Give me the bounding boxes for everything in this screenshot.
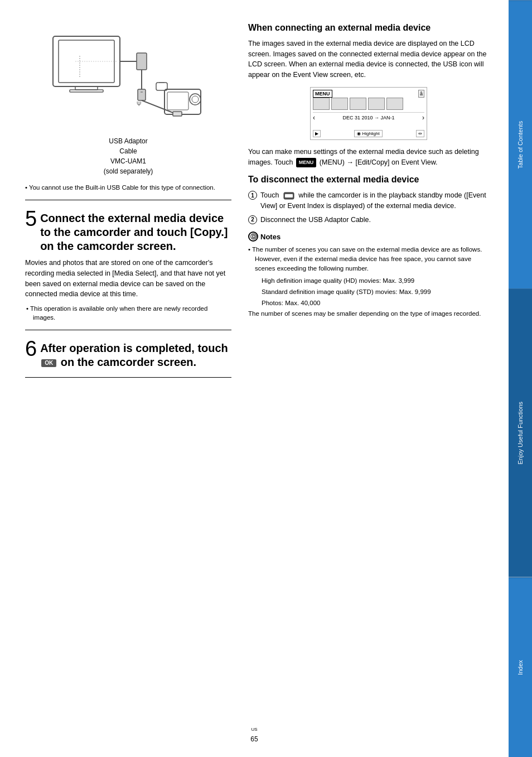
step-6-number: 6 (25, 338, 37, 359)
usb-icon (283, 191, 295, 201)
note-dash-3: Photos: Max. 40,000 (248, 298, 489, 308)
sidebar: Table of Contents Enjoy Useful Functions… (509, 0, 532, 757)
svg-point-12 (190, 94, 201, 105)
svg-rect-21 (285, 194, 293, 197)
tab-index-label: Index (517, 660, 524, 675)
diagram-note: • You cannot use the Built-in USB Cable … (25, 183, 231, 192)
tab-enjoy-label: Enjoy Useful Functions (517, 402, 524, 465)
event-view-screenshot: MENU â ‹ DEC 31 2010 → JAN-1 (310, 87, 427, 140)
body2-part3: → [Edit/Copy] on Event View. (346, 158, 437, 166)
svg-rect-11 (167, 92, 188, 110)
svg-rect-14 (173, 112, 182, 116)
svg-rect-10 (165, 89, 201, 114)
step-6-title: After operation is completed, touch OK o… (40, 341, 231, 369)
divider-2 (25, 330, 231, 330)
page-number: US 65 (250, 727, 258, 743)
svg-rect-3 (70, 90, 103, 92)
note-1-text: The number of scenes you can save on the… (252, 246, 482, 271)
step2-text: Disconnect the USB Adaptor Cable. (260, 215, 371, 225)
step-num-2: 2 (248, 215, 257, 224)
section2-title: To disconnect the external media device (248, 174, 489, 186)
notes-section: Ⓓ Notes • The number of scenes you can s… (248, 232, 489, 319)
note-dash-2: Standard definition image quality (STD) … (248, 287, 489, 297)
step-6-title-p1: After operation is completed, touch (40, 342, 228, 354)
usb-line1: USB Adaptor (109, 137, 147, 145)
tab-toc-label: Table of Contents (517, 120, 524, 168)
step1-text: Touch while the camcorder is in the play… (260, 190, 489, 211)
usb-line3: VMC-UAM1 (110, 157, 146, 165)
ok-button-inline: OK (41, 359, 56, 368)
disconnect-step-1: 1 Touch while the camcorder is in the pl… (248, 190, 489, 211)
section1-body2: You can make menu settings of the extern… (248, 147, 489, 168)
svg-rect-5 (137, 53, 147, 70)
divider-3 (25, 377, 231, 378)
step-5-bullet: • This operation is available only when … (26, 304, 231, 322)
step-5-number: 5 (25, 208, 37, 229)
sidebar-tab-enjoy[interactable]: Enjoy Useful Functions (509, 288, 532, 577)
note-1: • The number of scenes you can save on t… (248, 245, 489, 273)
right-column: When connecting an external media device… (248, 22, 489, 385)
step-6-header: 6 After operation is completed, touch OK… (25, 338, 231, 369)
page-container: Ψ (0, 0, 532, 757)
step-5-body: Movies and photos that are stored on one… (25, 258, 231, 300)
section1-body: The images saved in the external media d… (248, 38, 489, 80)
date-bar: ‹ DEC 31 2010 → JAN-1 › (313, 112, 424, 122)
step-num-1: 1 (248, 191, 257, 200)
notes-label: Notes (260, 233, 280, 241)
bottom-bar: ▶ ◉ Highlight ⇔ (313, 130, 424, 137)
note-after-dash: The number of scenes may be smaller depe… (248, 309, 489, 319)
usb-label: USB Adaptor Cable VMC-UAM1 (sold separat… (104, 136, 153, 176)
main-content: Ψ (0, 0, 509, 757)
disconnect-steps: 1 Touch while the camcorder is in the pl… (248, 190, 489, 225)
body2-part2: (MENU) (320, 158, 345, 166)
svg-line-15 (142, 100, 173, 113)
notes-header: Ⓓ Notes (248, 232, 489, 242)
divider-1 (25, 200, 231, 200)
usb-line2: Cable (119, 147, 137, 155)
sidebar-tab-toc[interactable]: Table of Contents (509, 0, 532, 288)
svg-rect-7 (138, 89, 146, 100)
left-column: Ψ (25, 22, 231, 385)
svg-point-13 (192, 96, 199, 103)
connection-diagram: Ψ (45, 22, 212, 134)
step-6-title-p2: on the camcorder screen. (61, 356, 196, 368)
step-6-block: 6 After operation is completed, touch OK… (25, 338, 231, 369)
note-dash-1: High definition image quality (HD) movie… (248, 276, 489, 286)
disconnect-step-2: 2 Disconnect the USB Adaptor Cable. (248, 215, 489, 225)
usb-line4: (sold separately) (104, 167, 153, 175)
page-sup: US (251, 727, 257, 732)
section1-title: When connecting an external media device (248, 22, 489, 34)
thumbnail-row (313, 98, 403, 110)
step-5-title: Connect the external media device to the… (40, 211, 231, 253)
step-5-block: 5 Connect the external media device to t… (25, 208, 231, 322)
page-num: 65 (250, 735, 258, 743)
svg-text:Ψ: Ψ (137, 101, 141, 107)
step1-touch: Touch (260, 191, 279, 199)
two-col-layout: Ψ (25, 22, 489, 385)
diagram-area: Ψ (25, 22, 231, 176)
step-5-header: 5 Connect the external media device to t… (25, 208, 231, 253)
page-footer: US 65 (0, 727, 509, 743)
menu-btn-inline: MENU (296, 158, 317, 168)
notes-icon: Ⓓ (248, 232, 258, 242)
sidebar-tab-index[interactable]: Index (509, 577, 532, 757)
